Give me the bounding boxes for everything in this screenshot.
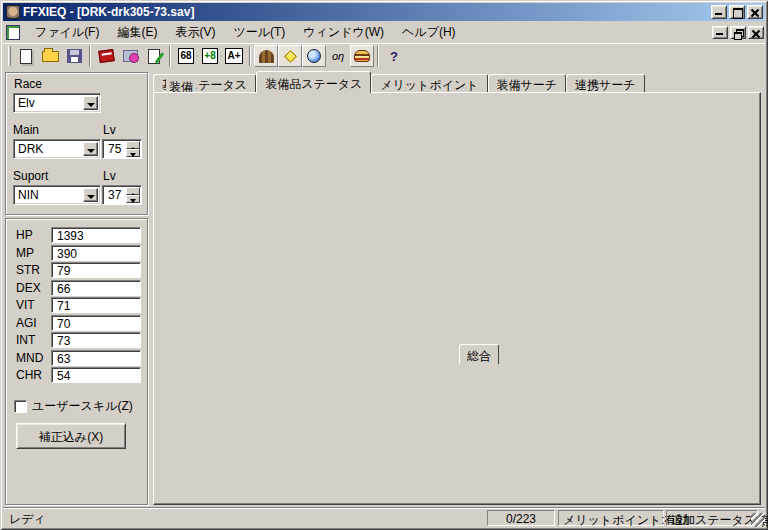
stat-row: HP 1393 — [12, 227, 141, 245]
red-book-icon[interactable] — [94, 45, 118, 67]
stat-value-field[interactable]: 66 — [51, 280, 141, 296]
stat-row: MP 390 — [12, 245, 141, 263]
stat-row: AGI 70 — [12, 315, 141, 333]
export-disk-icon[interactable] — [118, 45, 142, 67]
race-select[interactable]: Elv — [13, 93, 101, 113]
chevron-down-icon[interactable] — [83, 142, 98, 156]
support-lv-label: Lv — [103, 169, 116, 183]
support-job-select[interactable]: NIN — [13, 185, 101, 205]
stat-row: STR 79 — [12, 262, 141, 280]
separator[interactable] — [246, 45, 254, 67]
client-area: Race Elv Main Lv DRK 75 Suport Lv NIN 37 — [3, 68, 765, 506]
spin-up-icon[interactable] — [126, 187, 140, 195]
helmet-icon[interactable] — [254, 45, 278, 67]
minimize-button[interactable] — [711, 5, 727, 19]
menu-item[interactable]: ヘルプ(H) — [393, 22, 465, 43]
app-icon — [6, 5, 20, 19]
menu-item[interactable]: ウィンドウ(W) — [294, 22, 393, 43]
stat-row: INT 73 — [12, 332, 141, 350]
stat-row: VIT 71 — [12, 297, 141, 315]
chevron-down-icon[interactable] — [83, 188, 98, 202]
status-extra-stats: 追加ステータス:有効 — [666, 510, 758, 526]
tab[interactable]: 装備品ステータス — [256, 71, 371, 93]
stat-value-field[interactable]: 63 — [51, 350, 141, 366]
menu-item[interactable]: ファイル(F) — [26, 22, 108, 43]
menu-item[interactable]: 表示(V) — [166, 22, 224, 43]
toolbar-buttons: 68 +8 A+ — [14, 45, 406, 67]
separator[interactable] — [374, 45, 382, 67]
separator[interactable] — [86, 45, 94, 67]
stat-value-field[interactable]: 70 — [51, 315, 141, 331]
menu-items: ファイル(F)編集(E)表示(V)ツール(T)ウィンドウ(W)ヘルプ(H) — [26, 22, 465, 43]
main-tabstrip: 基本ステータス装備品ステータスメリットポイント装備サーチ連携サーチ — [153, 71, 645, 92]
stat-value-field[interactable]: 71 — [51, 297, 141, 313]
chevron-down-icon[interactable] — [83, 96, 98, 110]
open-file-icon[interactable] — [38, 45, 62, 67]
job-group: Race Elv Main Lv DRK 75 Suport Lv NIN 37 — [5, 72, 148, 215]
stat-value-field[interactable]: 79 — [51, 262, 141, 278]
spin-down-icon[interactable] — [126, 195, 140, 203]
user-skill-row: ユーザースキル(Z) — [14, 398, 133, 415]
stat-value-field[interactable]: 390 — [51, 245, 141, 261]
correction-button[interactable]: 補正込み(X) — [16, 423, 126, 449]
help-icon[interactable]: ? — [382, 45, 406, 67]
save-icon[interactable] — [62, 45, 86, 67]
stat-row: DEX 66 — [12, 280, 141, 298]
on-icon[interactable]: oη — [326, 45, 350, 67]
tab[interactable]: 連携サーチ — [566, 74, 645, 92]
status-ready: レディ — [5, 510, 483, 526]
stat-value-field[interactable]: 73 — [51, 332, 141, 348]
stats-group: HP 1393 MP 390 STR 79 DEX 66 — [5, 218, 148, 505]
tab[interactable]: 総合 — [459, 344, 499, 364]
stat-value-field[interactable]: 1393 — [51, 227, 141, 243]
mdi-close-button[interactable] — [748, 26, 764, 39]
maximize-button[interactable] — [729, 5, 745, 19]
stat-rows: HP 1393 MP 390 STR 79 DEX 66 — [12, 227, 141, 385]
stat-68-icon[interactable]: 68 — [174, 45, 198, 67]
title-bar[interactable]: FFXIEQ - [DRK-drk305-73.sav] — [3, 3, 765, 21]
new-file-icon[interactable] — [14, 45, 38, 67]
race-label: Race — [14, 77, 42, 91]
separator[interactable] — [166, 45, 174, 67]
menu-item[interactable]: 編集(E) — [108, 22, 166, 43]
toolbar: 68 +8 A+ — [3, 43, 765, 68]
tab-panel — [153, 92, 761, 505]
menu-bar: ファイル(F)編集(E)表示(V)ツール(T)ウィンドウ(W)ヘルプ(H) — [3, 22, 765, 42]
main-lv-label: Lv — [103, 123, 116, 137]
spin-down-icon[interactable] — [126, 149, 140, 157]
mdi-minimize-button[interactable] — [712, 26, 728, 39]
resize-grip-icon[interactable] — [751, 513, 765, 527]
stat-row: CHR 54 — [12, 367, 141, 385]
globe-icon[interactable] — [302, 45, 326, 67]
status-bar: レディ 0/223 メリットポイント:有効 追加ステータス:有効 — [3, 507, 765, 527]
stat-value-field[interactable]: 54 — [51, 367, 141, 383]
status-merit-points: メリットポイント:有効 — [558, 510, 664, 526]
close-button[interactable] — [747, 5, 763, 19]
tab[interactable]: 装備サーチ — [488, 74, 567, 92]
tab[interactable]: メリットポイント — [371, 74, 487, 92]
window-title: FFXIEQ - [DRK-drk305-73.sav] — [23, 5, 711, 19]
a-plus-icon[interactable]: A+ — [222, 45, 246, 67]
edit-note-icon[interactable] — [142, 45, 166, 67]
burger-icon[interactable] — [350, 45, 374, 67]
mdi-restore-button[interactable] — [730, 26, 746, 39]
main-job-label: Main — [13, 123, 39, 137]
menu-item[interactable]: ツール(T) — [224, 22, 294, 43]
main-lv-spinner[interactable]: 75 — [102, 139, 142, 159]
status-counter: 0/223 — [487, 510, 555, 526]
spin-up-icon[interactable] — [126, 141, 140, 149]
gem-icon[interactable] — [278, 45, 302, 67]
main-job-select[interactable]: DRK — [13, 139, 101, 159]
user-skill-checkbox[interactable] — [14, 400, 27, 413]
ffxieq-window: { "colors": { "bg": "#d4d0c8", "titlebar… — [0, 0, 768, 530]
stat-row: MND 63 — [12, 350, 141, 368]
plus-8-icon[interactable]: +8 — [198, 45, 222, 67]
document-icon[interactable] — [6, 25, 20, 40]
support-lv-spinner[interactable]: 37 — [102, 185, 142, 205]
toolbar-grip[interactable] — [8, 46, 11, 66]
support-job-label: Suport — [13, 169, 48, 183]
